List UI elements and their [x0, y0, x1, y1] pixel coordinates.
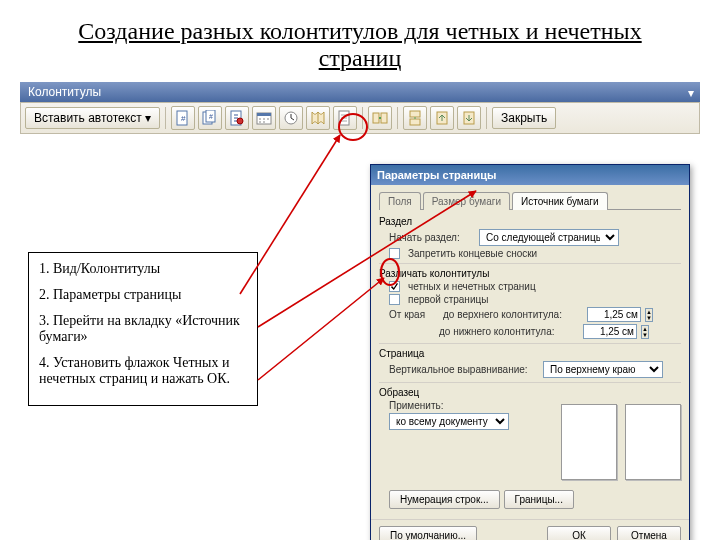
dialog-title: Параметры страницы: [371, 165, 689, 185]
footer-distance-label: до нижнего колонтитула:: [439, 326, 579, 337]
apply-to-select[interactable]: ко всему документу: [389, 413, 509, 430]
page-setup-icon[interactable]: [306, 106, 330, 130]
from-edge-label: От края: [389, 309, 439, 320]
show-document-text-icon[interactable]: [333, 106, 357, 130]
line-numbers-button[interactable]: Нумерация строк...: [389, 490, 500, 509]
switch-header-footer-icon[interactable]: [403, 106, 427, 130]
borders-button[interactable]: Границы...: [504, 490, 574, 509]
slide-title: Создание разных колонтитулов для четных …: [40, 18, 680, 72]
insert-page-number-icon[interactable]: #: [171, 106, 195, 130]
spinner-arrows-icon[interactable]: ▲▼: [645, 308, 653, 322]
cancel-button[interactable]: Отмена: [617, 526, 681, 540]
svg-line-19: [258, 278, 384, 380]
insert-pages-count-icon[interactable]: #: [198, 106, 222, 130]
step-2: 2. Параметры страницы: [39, 287, 247, 303]
valign-label: Вертикальное выравнивание:: [389, 364, 539, 375]
suppress-endnotes-label: Запретить концевые сноски: [408, 248, 537, 259]
svg-text:#: #: [181, 114, 186, 123]
first-page-label: первой страницы: [408, 294, 488, 305]
suppress-endnotes-checkbox: [389, 248, 400, 259]
header-distance-spinner[interactable]: [587, 307, 641, 322]
autotext-button[interactable]: Вставить автотекст ▾: [25, 107, 160, 129]
step-3: 3. Перейти на вкладку «Источник бумаги»: [39, 313, 247, 345]
apply-to-label: Применить:: [389, 400, 443, 411]
separator: [165, 107, 166, 129]
footer-distance-spinner[interactable]: [583, 324, 637, 339]
toolbar-title: Колонтитулы ▾: [20, 82, 700, 102]
preview-group-label: Образец: [379, 387, 681, 398]
svg-rect-11: [373, 113, 379, 123]
svg-rect-12: [381, 113, 387, 123]
svg-point-6: [237, 118, 243, 124]
separator: [362, 107, 363, 129]
svg-text:#: #: [209, 113, 213, 120]
odd-even-checkbox[interactable]: [389, 281, 400, 292]
preview-page: [561, 404, 617, 480]
tab-paper-source[interactable]: Источник бумаги: [512, 192, 608, 210]
section-group-label: Раздел: [379, 216, 681, 227]
spinner-arrows-icon[interactable]: ▲▼: [641, 325, 649, 339]
header-footer-toolbar: Колонтитулы ▾ Вставить автотекст ▾ # # З…: [20, 82, 700, 134]
insert-time-icon[interactable]: [279, 106, 303, 130]
preview-page: [625, 404, 681, 480]
step-4: 4. Установить флажок Четных и нечетных с…: [39, 355, 247, 387]
section-start-label: Начать раздел:: [389, 232, 475, 243]
valign-select[interactable]: По верхнему краю: [543, 361, 663, 378]
odd-even-label: четных и нечетных страниц: [408, 281, 536, 292]
instruction-box: 1. Вид/Колонтитулы 2. Параметры страницы…: [28, 252, 258, 406]
default-button[interactable]: По умолчанию...: [379, 526, 477, 540]
toolbar-chevron-icon[interactable]: ▾: [688, 86, 694, 100]
page-setup-dialog: Параметры страницы Поля Размер бумаги Ис…: [370, 164, 690, 540]
first-page-checkbox[interactable]: [389, 294, 400, 305]
page-group-label: Страница: [379, 348, 681, 359]
show-next-icon[interactable]: [457, 106, 481, 130]
svg-rect-13: [410, 111, 420, 117]
insert-date-icon[interactable]: [252, 106, 276, 130]
svg-rect-14: [410, 119, 420, 125]
format-page-number-icon[interactable]: [225, 106, 249, 130]
dialog-tabs: Поля Размер бумаги Источник бумаги: [379, 191, 681, 210]
toolbar-row: Вставить автотекст ▾ # # Закрыть: [20, 102, 700, 134]
same-as-previous-icon[interactable]: [368, 106, 392, 130]
separator: [486, 107, 487, 129]
close-button[interactable]: Закрыть: [492, 107, 556, 129]
show-previous-icon[interactable]: [430, 106, 454, 130]
ok-button[interactable]: ОК: [547, 526, 611, 540]
section-start-select[interactable]: Со следующей страницы: [479, 229, 619, 246]
tab-margins[interactable]: Поля: [379, 192, 421, 210]
tab-paper-size[interactable]: Размер бумаги: [423, 192, 510, 210]
svg-rect-8: [257, 113, 271, 116]
headers-group-label: Различать колонтитулы: [379, 268, 681, 279]
header-distance-label: до верхнего колонтитула:: [443, 309, 583, 320]
separator: [397, 107, 398, 129]
step-1: 1. Вид/Колонтитулы: [39, 261, 247, 277]
toolbar-title-text: Колонтитулы: [28, 85, 101, 99]
